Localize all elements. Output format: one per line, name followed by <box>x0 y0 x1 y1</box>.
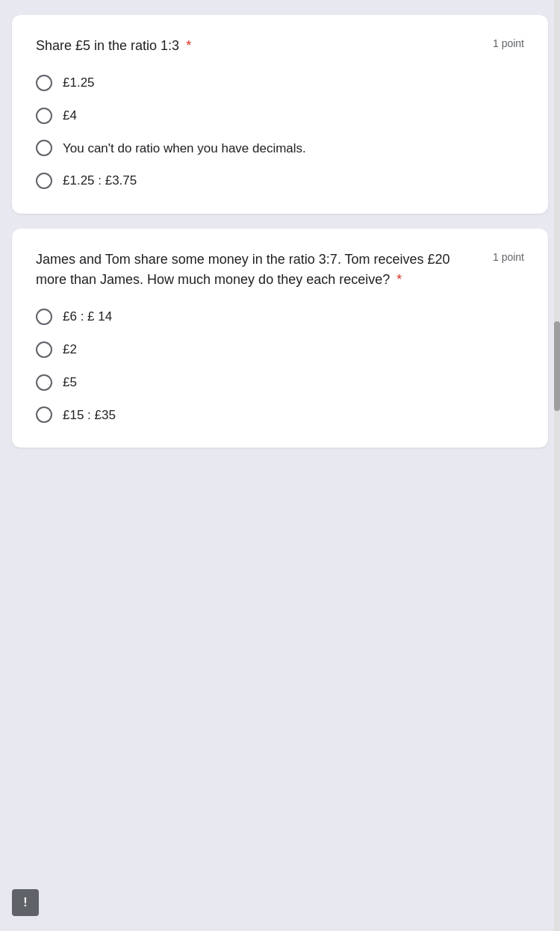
option-label-q2-3: £5 <box>63 374 77 392</box>
question-2-card: James and Tom share some money in the ra… <box>12 229 548 448</box>
option-label-q2-1: £6 : £ 14 <box>63 308 112 326</box>
question-2-option-3[interactable]: £5 <box>36 374 524 392</box>
scrollbar-thumb[interactable] <box>554 321 560 411</box>
question-1-option-1[interactable]: £1.25 <box>36 74 524 92</box>
radio-button-q2-2[interactable] <box>36 341 52 358</box>
question-1-card: Share £5 in the ratio 1:3 * 1 point £1.2… <box>12 15 548 214</box>
question-2-header: James and Tom share some money in the ra… <box>36 250 524 290</box>
radio-button-q1-1[interactable] <box>36 75 52 91</box>
radio-button-q2-3[interactable] <box>36 374 52 391</box>
option-label-q1-3: You can't do ratio when you have decimal… <box>63 140 306 158</box>
feedback-button[interactable]: ! <box>12 889 39 916</box>
option-label-q1-1: £1.25 <box>63 74 95 92</box>
required-star-1: * <box>182 38 191 53</box>
scrollbar-track <box>554 0 560 931</box>
option-label-q2-4: £15 : £35 <box>63 406 116 424</box>
question-2-option-4[interactable]: £15 : £35 <box>36 406 524 424</box>
option-label-q1-2: £4 <box>63 107 77 125</box>
radio-button-q2-4[interactable] <box>36 406 52 423</box>
question-1-option-4[interactable]: £1.25 : £3.75 <box>36 172 524 190</box>
question-2-body: James and Tom share some money in the ra… <box>36 252 450 287</box>
question-1-points: 1 point <box>493 36 524 49</box>
question-2-options: £6 : £ 14 £2 £5 £15 : £35 <box>36 308 524 424</box>
option-label-q1-4: £1.25 : £3.75 <box>63 172 137 190</box>
radio-button-q1-4[interactable] <box>36 173 52 189</box>
option-label-q2-2: £2 <box>63 341 77 359</box>
question-1-option-3[interactable]: You can't do ratio when you have decimal… <box>36 140 524 158</box>
question-1-header: Share £5 in the ratio 1:3 * 1 point <box>36 36 524 56</box>
radio-button-q1-2[interactable] <box>36 108 52 124</box>
question-2-points: 1 point <box>493 250 524 263</box>
required-star-2: * <box>393 272 402 287</box>
question-1-body: Share £5 in the ratio 1:3 <box>36 38 179 53</box>
radio-button-q1-3[interactable] <box>36 140 52 156</box>
question-1-options: £1.25 £4 You can't do ratio when you hav… <box>36 74 524 190</box>
question-2-text: James and Tom share some money in the ra… <box>36 250 493 290</box>
question-1-option-2[interactable]: £4 <box>36 107 524 125</box>
question-1-text: Share £5 in the ratio 1:3 * <box>36 36 493 56</box>
radio-button-q2-1[interactable] <box>36 309 52 325</box>
question-2-option-2[interactable]: £2 <box>36 341 524 359</box>
question-2-option-1[interactable]: £6 : £ 14 <box>36 308 524 326</box>
exclamation-icon: ! <box>23 896 27 909</box>
